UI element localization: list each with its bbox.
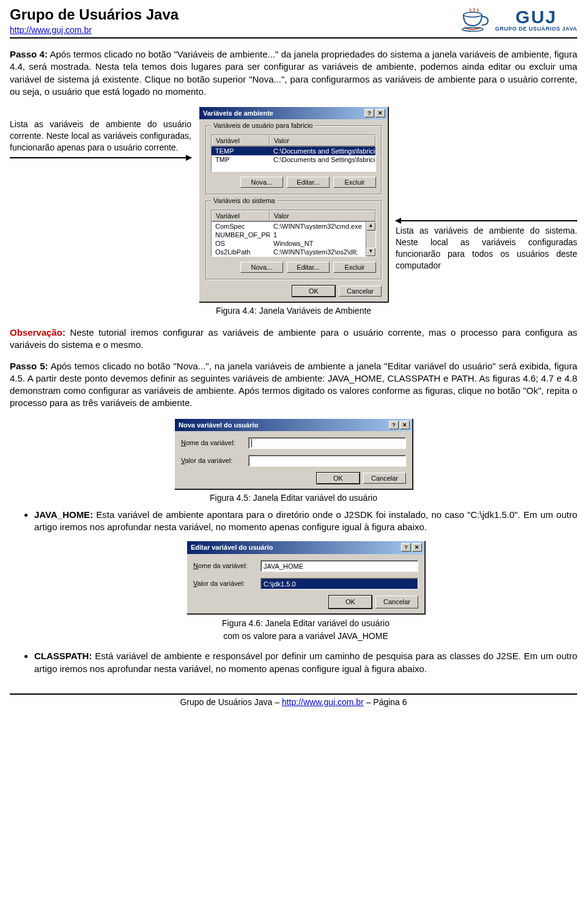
env-vars-dialog: Variáveis de ambiente ? ✕ Variáveis de u… [199, 106, 388, 302]
ok-button[interactable]: OK [292, 286, 335, 297]
edit-var-dialog: Editar variável do usuário ? ✕ Nome da v… [186, 541, 425, 614]
scroll-up-icon[interactable]: ▲ [366, 222, 375, 231]
arrow-left-icon [396, 220, 577, 221]
close-icon[interactable]: ✕ [412, 543, 422, 552]
callout-left: Lista as variáveis de ambiente do usuári… [10, 119, 191, 153]
table-row[interactable]: Os2LibPath C:\WINNT\system32\os2\dll; [212, 248, 375, 256]
col-header-var[interactable]: Variável [212, 210, 270, 221]
fig46-caption-a: Figura 4.6: Janela Editar variável do us… [34, 618, 577, 629]
table-row[interactable]: OS Windows_NT [212, 239, 375, 248]
label-nome: Nome da variável: [181, 439, 248, 446]
passo5-text: Após temos clicado no botão "Nova...", n… [10, 361, 577, 408]
col-header-val[interactable]: Valor [270, 135, 375, 146]
fig45-caption: Figura 4.5: Janela Editar variável do us… [10, 493, 577, 503]
close-icon[interactable]: ✕ [400, 421, 410, 429]
bullet-lead: JAVA_HOME: [34, 509, 93, 520]
titlebar: Editar variável do usuário ? ✕ [187, 541, 424, 554]
passo5-lead: Passo 5: [10, 361, 48, 371]
group-title: Variáveis de usuário para fabricio [211, 122, 315, 129]
footer-left: Grupo de Usuários Java – [180, 697, 282, 707]
bullet-java-home: JAVA_HOME: Esta variável de ambiente apo… [34, 509, 577, 642]
editar-button[interactable]: Editar... [287, 262, 330, 273]
titlebar: Variáveis de ambiente ? ✕ [199, 107, 388, 119]
col-header-var[interactable]: Variável [212, 135, 270, 146]
label-valor: Valor da variável: [181, 457, 248, 464]
page-footer: Grupo de Usuários Java – http://www.guj.… [10, 693, 577, 707]
logo-text-big: GUJ [495, 8, 577, 26]
input-nome[interactable]: JAVA_HOME [260, 560, 418, 572]
cancel-button[interactable]: Cancelar [339, 286, 382, 297]
label-nome: Nome da variável: [193, 561, 260, 571]
fig44-caption: Figura 4.4: Janela Variáveis de Ambiente [10, 306, 577, 316]
titlebar: Nova variável do usuário ? ✕ [175, 419, 412, 431]
editar-button[interactable]: Editar... [287, 177, 330, 188]
passo5-paragraph: Passo 5: Após temos clicado no botão "No… [10, 360, 577, 410]
ok-button[interactable]: OK [317, 473, 360, 484]
system-vars-group: Variáveis do sistema Variável Valor Com [205, 201, 382, 279]
system-vars-list[interactable]: Variável Valor ComSpec C:\WINNT\system32… [211, 210, 376, 257]
table-row[interactable]: ComSpec C:\WINNT\system32\cmd.exe [212, 222, 375, 231]
table-row[interactable]: TEMP C:\Documents and Settings\fabricio\… [212, 147, 375, 155]
cancel-button[interactable]: Cancelar [375, 596, 418, 608]
input-valor[interactable] [248, 455, 406, 467]
fig46-caption-b: com os valore para a variável JAVA_HOME [34, 630, 577, 642]
scroll-down-icon[interactable]: ▼ [366, 248, 375, 256]
bullet-text: Está variável de ambiente e responsável … [34, 651, 577, 673]
titlebar-text: Nova variável do usuário [179, 421, 388, 429]
user-vars-list[interactable]: Variável Valor TEMP C:\Documents and Set… [211, 135, 376, 172]
excluir-button[interactable]: Excluir [333, 262, 376, 273]
group-title: Variáveis do sistema [211, 197, 278, 204]
help-icon[interactable]: ? [389, 421, 399, 429]
passo4-text: Após termos clicado no botão "Variáveis … [10, 49, 577, 97]
footer-right: – Página 6 [364, 697, 407, 707]
footer-url[interactable]: http://www.guj.com.br [282, 697, 364, 707]
nova-button[interactable]: Nova... [240, 177, 283, 188]
ok-button[interactable]: OK [329, 596, 372, 608]
excluir-button[interactable]: Excluir [333, 177, 376, 188]
cancel-button[interactable]: Cancelar [363, 473, 406, 484]
scrollbar[interactable]: ▲ ▼ [366, 222, 375, 256]
passo4-paragraph: Passo 4: Após termos clicado no botão "V… [10, 48, 577, 98]
svg-point-0 [463, 12, 482, 17]
callout-right: Lista as variáveis de ambiente do sistem… [396, 225, 577, 272]
passo4-lead: Passo 4: [10, 49, 48, 59]
nova-button[interactable]: Nova... [240, 262, 283, 273]
logo-block: GUJ GRUPO DE USUÁRIOS JAVA [461, 6, 577, 32]
table-row[interactable]: NUMBER_OF_PR... 1 [212, 231, 375, 239]
titlebar-text: Editar variável do usuário [191, 543, 400, 552]
observacao-paragraph: Observação: Neste tutorial iremos config… [10, 327, 577, 352]
titlebar-text: Variáveis de ambiente [203, 109, 363, 117]
table-row[interactable]: TMP C:\Documents and Settings\fabricio\C… [212, 155, 375, 164]
logo-text-small: GRUPO DE USUÁRIOS JAVA [495, 26, 577, 32]
help-icon[interactable]: ? [401, 543, 411, 552]
bullet-text: Esta variável de ambiente apontara para … [34, 509, 577, 532]
header-url[interactable]: http://www.guj.com.br [10, 25, 92, 35]
input-nome[interactable] [248, 437, 406, 449]
header-title: Grupo de Usuários Java [10, 6, 461, 23]
bullet-lead: CLASSPATH: [34, 651, 92, 661]
label-valor: Valor da variável: [193, 579, 260, 588]
user-vars-group: Variáveis de usuário para fabricio Variá… [205, 125, 382, 194]
help-icon[interactable]: ? [364, 109, 374, 117]
new-var-dialog: Nova variável do usuário ? ✕ Nome da var… [174, 418, 413, 489]
coffee-cup-icon [461, 7, 489, 32]
col-header-val[interactable]: Valor [270, 210, 375, 221]
page-header: Grupo de Usuários Java http://www.guj.co… [10, 6, 577, 39]
close-icon[interactable]: ✕ [375, 109, 385, 117]
obs-lead: Observação: [10, 327, 65, 338]
arrow-right-icon [10, 157, 191, 158]
bullet-classpath: CLASSPATH: Está variável de ambiente e r… [34, 650, 577, 675]
input-valor[interactable]: C:\jdk1.5.0 [260, 578, 418, 590]
obs-text: Neste tutorial iremos configurar as vari… [10, 327, 577, 350]
